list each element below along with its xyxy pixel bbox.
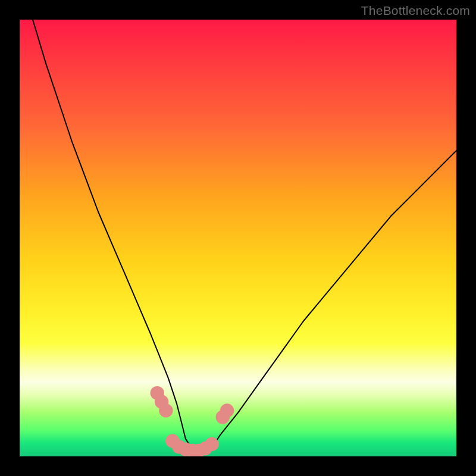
watermark-text: TheBottleneck.com xyxy=(361,4,470,18)
plot-area xyxy=(20,20,456,456)
curve-marker xyxy=(205,437,218,451)
curve-marker xyxy=(159,403,173,417)
curve-overlay xyxy=(20,20,456,456)
curve-marker xyxy=(220,403,234,417)
curve-markers xyxy=(151,386,234,456)
chart-frame: TheBottleneck.com xyxy=(0,0,476,476)
bottleneck-curve xyxy=(33,20,456,452)
